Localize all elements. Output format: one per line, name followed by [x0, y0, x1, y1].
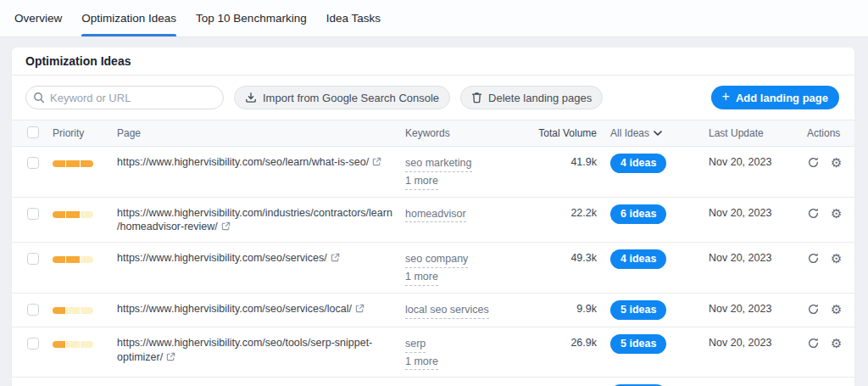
header-keywords: Keywords — [405, 127, 537, 139]
table-row: https://www.highervisibility.com/seo/too… — [12, 377, 854, 386]
last-update: Nov 20, 2023 — [690, 251, 783, 266]
add-landing-page-button[interactable]: + Add landing page — [711, 86, 839, 109]
priority-bar — [53, 160, 93, 167]
refresh-icon[interactable] — [807, 252, 820, 265]
tab-top10-benchmarking[interactable]: Top 10 Benchmarking — [196, 0, 307, 36]
gear-icon[interactable]: ⚙ — [831, 207, 842, 220]
row-checkbox[interactable] — [27, 253, 39, 265]
chevron-down-icon — [654, 131, 662, 136]
external-link-icon[interactable] — [355, 303, 364, 317]
search-input[interactable] — [25, 86, 224, 109]
keyword-link[interactable]: local seo services — [405, 302, 489, 319]
refresh-icon[interactable] — [807, 337, 820, 350]
ideas-count-badge[interactable]: 5 ideas — [610, 334, 666, 354]
download-icon — [245, 92, 257, 103]
search-icon — [33, 92, 45, 103]
header-total-volume: Total Volume — [537, 127, 597, 139]
page-url: https://www.highervisibility.com/seo/too… — [117, 337, 372, 363]
table-row: https://www.highervisibility.com/seo/too… — [12, 327, 854, 378]
add-landing-page-label: Add landing page — [736, 92, 828, 104]
page-url: https://www.highervisibility.com/seo/lea… — [117, 156, 369, 168]
tab-overview[interactable]: Overview — [14, 0, 62, 36]
row-checkbox[interactable] — [27, 157, 39, 169]
keyword-link[interactable]: serp — [405, 336, 426, 353]
header-priority: Priority — [53, 127, 117, 139]
search-wrap — [25, 86, 224, 109]
total-volume: 41.9k — [537, 155, 597, 170]
priority-bar — [53, 307, 93, 314]
refresh-icon[interactable] — [807, 303, 820, 316]
tab-idea-tasks[interactable]: Idea Tasks — [326, 0, 381, 36]
page-url: https://www.highervisibility.com/seo/ser… — [117, 303, 352, 315]
ideas-count-badge[interactable]: 5 ideas — [610, 300, 666, 320]
tab-optimization-ideas[interactable]: Optimization Ideas — [81, 0, 176, 36]
last-update: Nov 20, 2023 — [690, 155, 783, 170]
more-keywords-link[interactable]: 1 more — [405, 173, 438, 190]
ideas-filter-dropdown[interactable]: All Ideas — [597, 127, 690, 139]
plus-icon: + — [722, 90, 730, 103]
table-body: https://www.highervisibility.com/seo/lea… — [12, 146, 854, 386]
refresh-icon[interactable] — [807, 156, 820, 169]
delete-landing-pages-label: Delete landing pages — [488, 92, 592, 104]
delete-landing-pages-button[interactable]: Delete landing pages — [460, 86, 603, 109]
gear-icon[interactable]: ⚙ — [831, 156, 842, 169]
toolbar: Import from Google Search Console Delete… — [12, 76, 854, 120]
keyword-link[interactable]: seo marketing — [405, 155, 472, 172]
row-checkbox[interactable] — [27, 304, 39, 316]
external-link-icon[interactable] — [221, 221, 231, 235]
last-update: Nov 20, 2023 — [690, 336, 783, 350]
gear-icon[interactable]: ⚙ — [831, 252, 842, 265]
import-gsc-button[interactable]: Import from Google Search Console — [234, 86, 450, 109]
priority-bar — [53, 211, 93, 218]
trash-icon — [471, 92, 482, 103]
page-url: https://www.highervisibility.com/industr… — [117, 207, 392, 233]
more-keywords-link[interactable]: 1 more — [405, 354, 438, 371]
table-header-row: Priority Page Keywords Total Volume All … — [12, 120, 854, 146]
row-checkbox[interactable] — [27, 338, 39, 350]
priority-bar — [53, 256, 93, 263]
gear-icon[interactable]: ⚙ — [831, 303, 842, 316]
ideas-filter-label: All Ideas — [610, 127, 649, 139]
external-link-icon[interactable] — [331, 252, 340, 266]
header-page: Page — [117, 127, 405, 139]
last-update: Nov 20, 2023 — [690, 302, 783, 316]
optimization-ideas-card: Optimization Ideas Import from Google Se… — [12, 48, 854, 386]
import-gsc-label: Import from Google Search Console — [263, 92, 439, 104]
header-actions: Actions — [783, 127, 854, 139]
total-volume: 9.9k — [537, 302, 597, 316]
last-update: Nov 20, 2023 — [690, 206, 783, 221]
table-row: https://www.highervisibility.com/seo/ser… — [12, 242, 854, 293]
tab-bar: Overview Optimization Ideas Top 10 Bench… — [0, 0, 868, 37]
total-volume: 26.9k — [537, 336, 597, 350]
keyword-link[interactable]: seo company — [405, 251, 468, 268]
external-link-icon[interactable] — [166, 351, 175, 366]
row-checkbox[interactable] — [27, 208, 39, 220]
ideas-count-badge[interactable]: 6 ideas — [610, 204, 666, 224]
refresh-icon[interactable] — [807, 207, 820, 220]
ideas-count-badge[interactable]: 4 ideas — [610, 154, 666, 173]
priority-bar — [53, 341, 93, 348]
total-volume: 49.3k — [537, 251, 597, 266]
table-row: https://www.highervisibility.com/industr… — [12, 197, 854, 243]
table-row: https://www.highervisibility.com/seo/lea… — [12, 146, 854, 197]
total-volume: 22.2k — [537, 206, 597, 221]
gear-icon[interactable]: ⚙ — [831, 337, 842, 350]
keyword-link[interactable]: homeadvisor — [405, 206, 466, 223]
page-url: https://www.highervisibility.com/seo/ser… — [117, 252, 327, 264]
card-title: Optimization Ideas — [12, 48, 854, 76]
table-row: https://www.highervisibility.com/seo/ser… — [12, 293, 854, 327]
header-last-update: Last Update — [690, 127, 783, 139]
more-keywords-link[interactable]: 1 more — [405, 269, 438, 286]
ideas-count-badge[interactable]: 4 ideas — [610, 249, 666, 269]
select-all-checkbox[interactable] — [27, 126, 39, 138]
external-link-icon[interactable] — [372, 156, 381, 171]
